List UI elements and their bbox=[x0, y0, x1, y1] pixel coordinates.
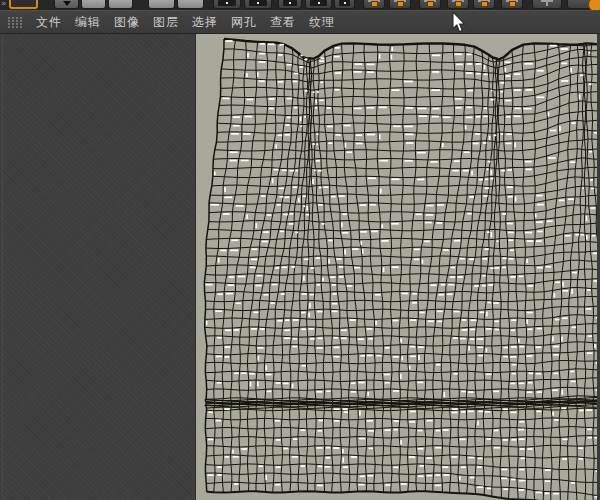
menu-item-edit[interactable]: 编辑 bbox=[69, 11, 107, 33]
dark-icon-icon bbox=[289, 2, 291, 4]
tool-button[interactable] bbox=[213, 0, 241, 9]
orange-blob-icon bbox=[588, 0, 600, 10]
uv-tool-button[interactable] bbox=[363, 0, 385, 9]
tool-button[interactable] bbox=[148, 0, 175, 9]
uv-tool-button[interactable] bbox=[532, 0, 562, 9]
plus-orange-icon bbox=[427, 1, 434, 7]
uv-tool-button[interactable] bbox=[567, 0, 600, 9]
tool-button[interactable] bbox=[177, 0, 204, 9]
plus-orange-icon bbox=[397, 1, 404, 7]
menu-item-select[interactable]: 选择 bbox=[186, 11, 224, 33]
dark-icon-icon bbox=[344, 2, 346, 4]
dropdown-tool-button[interactable] bbox=[54, 0, 79, 9]
menu-item-view[interactable]: 查看 bbox=[264, 11, 302, 33]
tool-button[interactable] bbox=[278, 0, 302, 9]
uv-tool-button[interactable] bbox=[447, 0, 469, 9]
plus-orange-icon bbox=[455, 1, 462, 7]
tool-button[interactable] bbox=[81, 0, 106, 9]
menu-grip-icon[interactable] bbox=[7, 16, 22, 28]
tool-button[interactable] bbox=[244, 0, 272, 9]
uv-tool-button[interactable] bbox=[389, 0, 411, 9]
tool-button[interactable] bbox=[108, 0, 133, 9]
dark-icon-icon bbox=[226, 2, 228, 4]
plus-orange-icon bbox=[481, 1, 488, 7]
tool-button[interactable] bbox=[305, 0, 332, 9]
menu-item-texture[interactable]: 纹理 bbox=[303, 11, 341, 33]
dark-icon-icon bbox=[318, 2, 320, 4]
uv-tool-button[interactable] bbox=[473, 0, 495, 9]
plus-orange-icon bbox=[371, 1, 378, 7]
active-tool-button[interactable] bbox=[9, 0, 38, 9]
toolbar-overflow-icon[interactable]: » bbox=[1, 0, 7, 8]
left-empty-panel bbox=[0, 34, 196, 500]
uv-tool-button[interactable] bbox=[501, 0, 523, 9]
top-toolbar-cutoff: » bbox=[0, 0, 600, 10]
panel-edge-divider bbox=[2, 34, 3, 500]
menu-item-file[interactable]: 文件 bbox=[30, 11, 68, 33]
plus-orange-icon bbox=[509, 1, 516, 7]
menu-bar: 文件 编辑 图像 图层 选择 网孔 查看 纹理 bbox=[0, 10, 600, 34]
menu-item-mesh[interactable]: 网孔 bbox=[225, 11, 263, 33]
menu-item-layer[interactable]: 图层 bbox=[147, 11, 185, 33]
menu-item-image[interactable]: 图像 bbox=[108, 11, 146, 33]
plus-gray-icon bbox=[546, 0, 548, 6]
dark-icon-icon bbox=[257, 2, 259, 4]
uv-editor-canvas[interactable] bbox=[196, 34, 600, 500]
uv-tool-button[interactable] bbox=[419, 0, 441, 9]
tool-button[interactable] bbox=[334, 0, 355, 9]
